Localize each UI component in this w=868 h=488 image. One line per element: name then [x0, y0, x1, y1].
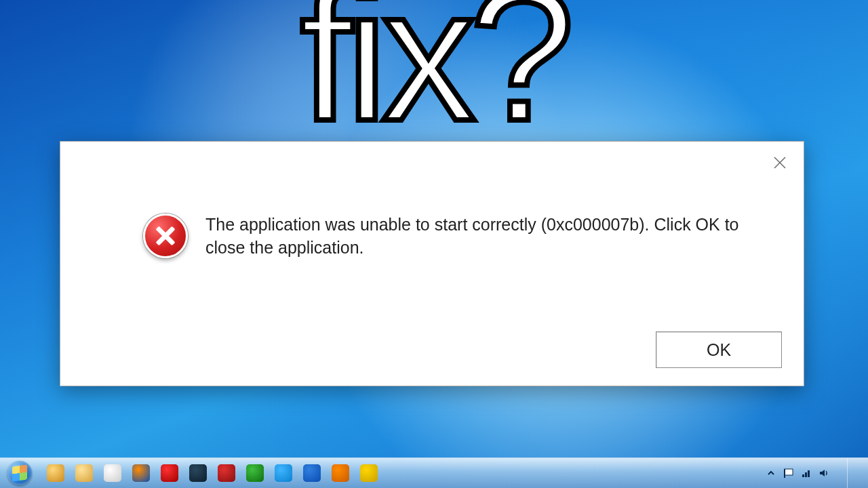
app-red-icon [218, 464, 235, 482]
taskbar-item-folder[interactable] [71, 461, 98, 485]
taskbar-item-explorer[interactable] [42, 461, 69, 485]
start-button[interactable] [4, 460, 35, 487]
tray-network-icon[interactable] [801, 468, 812, 479]
folder-icon [75, 464, 93, 482]
system-tray [766, 458, 864, 488]
overlay-caption: fix? [300, 0, 568, 149]
taskbar-item-app-red[interactable] [213, 461, 240, 485]
app-orange-icon [332, 464, 349, 482]
svg-rect-2 [785, 469, 793, 475]
skype-icon [275, 464, 292, 482]
show-desktop-button[interactable] [847, 458, 857, 488]
ok-button[interactable]: OK [656, 331, 782, 368]
tray-volume-icon[interactable] [818, 468, 829, 479]
close-button[interactable] [768, 151, 791, 174]
taskbar-item-firefox[interactable] [127, 461, 155, 485]
firefox-icon [132, 464, 150, 482]
tray-chevron-icon[interactable] [766, 468, 776, 479]
desktop: fix? The application was unable to start… [0, 0, 868, 488]
taskbar-item-chrome[interactable] [99, 461, 126, 485]
taskbar-item-steam[interactable] [184, 461, 212, 485]
chrome-icon [104, 464, 121, 482]
explorer-icon [47, 464, 64, 482]
svg-rect-6 [808, 470, 810, 477]
taskbar [0, 458, 868, 488]
taskbar-item-opera[interactable] [156, 461, 183, 485]
steam-icon [189, 464, 207, 482]
svg-rect-5 [805, 472, 807, 477]
tray-flag-icon[interactable] [783, 468, 794, 479]
taskbar-item-skype[interactable] [270, 461, 297, 485]
taskbar-item-teamviewer[interactable] [298, 461, 326, 485]
taskbar-item-app-yellow[interactable] [355, 461, 382, 485]
error-icon [143, 214, 188, 258]
app-green-icon [246, 464, 264, 482]
error-dialog: The application was unable to start corr… [60, 141, 804, 386]
teamviewer-icon [303, 464, 321, 482]
taskbar-item-app-green[interactable] [241, 461, 269, 485]
svg-rect-4 [802, 474, 804, 477]
close-icon [772, 155, 787, 170]
opera-icon [161, 464, 178, 482]
error-message: The application was unable to start corr… [205, 214, 763, 260]
taskbar-item-app-orange[interactable] [327, 461, 354, 485]
app-yellow-icon [360, 464, 378, 482]
